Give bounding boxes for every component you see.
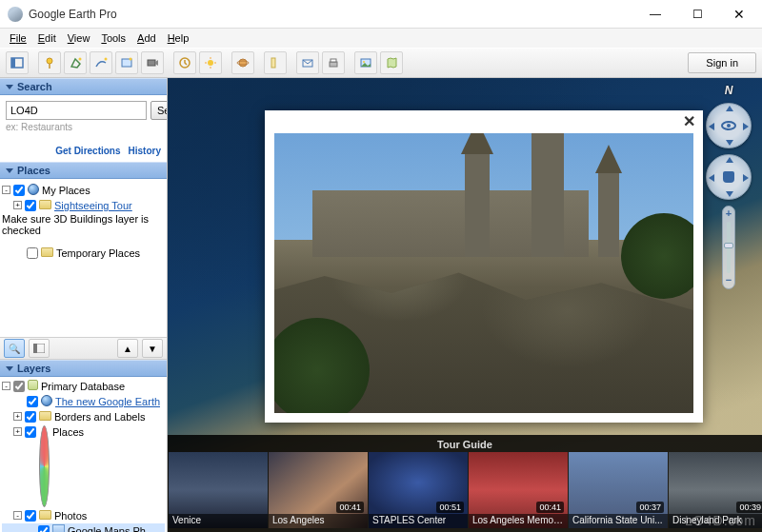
layers-panel: -Primary Database The new Google Earth +… <box>0 377 167 532</box>
toolbar: Sign in <box>0 48 762 78</box>
tour-guide-strip[interactable]: Venice 00:41Los Angeles 00:51STAPLES Cen… <box>168 452 762 528</box>
arrow-down-icon <box>726 140 733 146</box>
toolbar-print-button[interactable] <box>322 51 345 74</box>
search-button[interactable]: Search <box>150 101 168 120</box>
places-temporary-checkbox[interactable] <box>27 247 38 259</box>
tour-item[interactable]: 00:41Los Angeles <box>269 452 368 528</box>
expand-toggle[interactable]: + <box>13 412 22 421</box>
svg-point-3 <box>79 58 82 61</box>
layer-newearth-label: The new Google Earth <box>55 395 160 408</box>
places-search-button[interactable]: 🔍 <box>4 339 25 358</box>
map-viewport[interactable]: San Diego N + − <box>168 78 762 532</box>
layer-places-checkbox[interactable] <box>25 426 36 438</box>
search-panel-header[interactable]: Search <box>0 78 167 95</box>
places-sightseeing-label: Sightseeing Tour <box>54 199 132 212</box>
toolbar-polygon-button[interactable] <box>64 51 87 74</box>
zoom-slider[interactable]: + − <box>722 206 735 289</box>
window-minimize-button[interactable]: — <box>634 1 676 28</box>
menu-file[interactable]: File <box>4 30 32 46</box>
tour-item[interactable]: 00:41Los Angeles Memori... <box>469 452 568 528</box>
search-input[interactable] <box>6 101 147 120</box>
places-move-up-button[interactable]: ▲ <box>117 339 138 358</box>
zoom-out-button[interactable]: − <box>723 275 734 286</box>
photo-image[interactable] <box>274 133 693 413</box>
places-temporary-row[interactable]: Temporary Places <box>2 246 165 261</box>
zoom-in-button[interactable]: + <box>723 208 734 220</box>
layer-gmapsphotos-checkbox[interactable] <box>38 525 50 532</box>
nav-controls: N + − <box>701 84 756 289</box>
chevron-down-icon <box>6 85 13 89</box>
arrow-down-icon <box>726 191 733 197</box>
layer-primary-checkbox[interactable] <box>13 381 25 392</box>
menu-tools[interactable]: Tools <box>95 30 131 46</box>
layer-gmapsphotos-label: Google Maps Ph... <box>68 524 154 532</box>
chevron-down-icon <box>6 366 13 371</box>
history-link[interactable]: History <box>129 146 161 156</box>
places-myplaces-row[interactable]: -My Places <box>2 183 165 198</box>
expand-toggle[interactable]: - <box>2 382 10 390</box>
toolbar-ruler-button[interactable] <box>264 51 287 74</box>
layers-panel-header[interactable]: Layers <box>0 360 167 377</box>
zoom-track[interactable] <box>727 222 731 273</box>
tour-duration: 00:37 <box>636 502 664 513</box>
zoom-thumb[interactable] <box>724 243 733 248</box>
search-panel: Search ex: Restaurants Get Directions Hi… <box>0 95 167 162</box>
toolbar-sunlight-button[interactable] <box>199 51 222 74</box>
toolbar-placemark-button[interactable] <box>38 51 61 74</box>
layer-photos-row[interactable]: -Photos <box>2 508 165 523</box>
layer-primary-row[interactable]: -Primary Database <box>2 379 165 394</box>
toolbar-planet-button[interactable] <box>231 51 254 74</box>
places-sightseeing-checkbox[interactable] <box>25 200 36 211</box>
menu-help[interactable]: Help <box>162 30 195 46</box>
toolbar-record-tour-button[interactable] <box>141 51 164 74</box>
toolbar-historical-button[interactable] <box>173 51 196 74</box>
toolbar-hide-sidebar-button[interactable] <box>6 51 29 74</box>
menu-edit[interactable]: Edit <box>32 30 62 46</box>
layer-borders-checkbox[interactable] <box>25 411 36 423</box>
svg-point-17 <box>363 61 365 63</box>
app-icon <box>8 7 23 22</box>
north-indicator[interactable]: N <box>725 84 733 97</box>
layer-gmapsphotos-row[interactable]: Google Maps Ph... <box>2 523 165 532</box>
expand-toggle[interactable]: - <box>2 186 10 194</box>
expand-toggle[interactable]: + <box>13 427 22 436</box>
folder-icon <box>39 510 51 520</box>
window-title: Google Earth Pro <box>29 8 634 21</box>
expand-toggle[interactable]: - <box>13 511 22 520</box>
get-directions-link[interactable]: Get Directions <box>55 146 120 156</box>
signin-button[interactable]: Sign in <box>688 52 756 73</box>
layer-newearth-checkbox[interactable] <box>27 396 38 407</box>
places-temporary-label: Temporary Places <box>56 246 140 260</box>
places-panel-header[interactable]: Places <box>0 162 167 179</box>
folder-icon <box>39 411 51 421</box>
move-joystick[interactable] <box>706 154 752 200</box>
menu-file-label: ile <box>16 32 27 44</box>
layer-newearth-row[interactable]: The new Google Earth <box>2 394 165 409</box>
svg-rect-12 <box>271 58 275 68</box>
toolbar-path-button[interactable] <box>90 51 112 74</box>
toolbar-view-in-maps-button[interactable] <box>380 51 403 74</box>
menu-view[interactable]: View <box>62 30 96 46</box>
menu-add[interactable]: Add <box>131 30 162 46</box>
places-move-down-button[interactable]: ▼ <box>142 339 163 358</box>
places-panel-toggle-button[interactable] <box>29 339 50 358</box>
layer-photos-checkbox[interactable] <box>25 510 36 522</box>
places-sightseeing-row[interactable]: +Sightseeing Tour <box>2 198 165 213</box>
layer-places-row[interactable]: +Places <box>2 424 165 508</box>
popup-close-button[interactable]: ✕ <box>680 114 697 131</box>
window-maximize-button[interactable]: ☐ <box>676 1 718 28</box>
places-myplaces-checkbox[interactable] <box>13 185 25 196</box>
tour-item[interactable]: 00:39Disneyland Park <box>669 452 762 528</box>
tour-item[interactable]: Venice <box>169 452 268 528</box>
look-joystick[interactable] <box>706 103 752 148</box>
tour-item[interactable]: 00:51STAPLES Center <box>369 452 468 528</box>
toolbar-save-image-button[interactable] <box>354 51 377 74</box>
window-close-button[interactable]: ✕ <box>718 1 760 28</box>
toolbar-email-button[interactable] <box>296 51 319 74</box>
tour-item[interactable]: 00:37California State Uni... <box>569 452 668 528</box>
arrow-up-icon <box>726 106 733 111</box>
arrow-right-icon <box>743 123 749 130</box>
layer-borders-row[interactable]: +Borders and Labels <box>2 409 165 424</box>
expand-toggle[interactable]: + <box>13 201 22 209</box>
toolbar-image-overlay-button[interactable] <box>115 51 138 74</box>
